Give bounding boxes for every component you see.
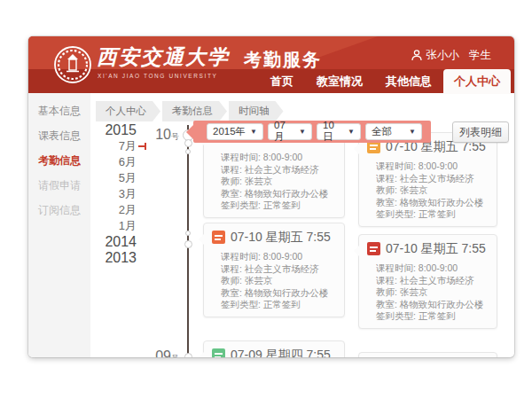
nav-item-active[interactable]: 个人中心 [443, 69, 511, 94]
status-badge-icon [212, 348, 225, 357]
card-date-title: 07-10 星期五 7:55 [231, 230, 331, 246]
card-field: 教师: 张芸京 [221, 275, 336, 287]
type-dropdown-value: 全部 [372, 125, 392, 138]
card-field: 课程时间: 8:00-9:00 [221, 251, 336, 263]
card-field: 课程时间: 8:00-9:00 [221, 152, 336, 164]
status-badge-icon [367, 242, 380, 255]
card-notch-icon [199, 352, 204, 357]
card-fields: 课程时间: 8:00-9:00课程: 社会主义市场经济教师: 张芸京教室: 格物… [359, 258, 497, 328]
university-name-en: XI'AN JIAO TONG UNIVERSITY [98, 73, 217, 79]
nav-item[interactable]: 其他信息 [374, 69, 443, 93]
attendance-card [358, 352, 497, 357]
card-field: 教师: 张芸京 [376, 286, 489, 299]
day-suffix: 号 [171, 354, 179, 357]
university-name-cn: 西安交通大学 [97, 43, 230, 71]
timeline-year-item[interactable]: 1月 [82, 218, 137, 234]
card-field: 课程: 社会主义市场经济 [376, 275, 489, 287]
main-nav: 首页教室情况其他信息个人中心 [259, 69, 514, 93]
chevron-down-icon: ▼ [299, 128, 306, 136]
card-field: 签到类型: 正常签到 [376, 310, 489, 323]
breadcrumb-item[interactable]: 时间轴 [229, 101, 284, 121]
card-field: 课程: 社会主义市场经济 [376, 173, 489, 185]
user-role: 学生 [469, 48, 491, 63]
timeline-year-item[interactable]: 2月 [82, 202, 137, 218]
card-field: 教室: 格物致知行政办公楼 [221, 188, 336, 200]
app-header: 西安交通大学 XI'AN JIAO TONG UNIVERSITY 考勤服务 张… [28, 36, 514, 93]
chevron-down-icon: ▼ [409, 128, 416, 136]
card-field: 签到类型: 正常签到 [221, 200, 336, 212]
card-header: 07-10 星期五 7:55 [204, 223, 344, 246]
timeline-node [184, 139, 192, 147]
type-dropdown[interactable]: 全部 ▼ [365, 123, 422, 140]
nav-item[interactable]: 教室情况 [305, 69, 374, 93]
nav-item[interactable]: 首页 [259, 69, 305, 93]
timeline-year-list: 20157月6月5月3月2月1月20142013 [82, 122, 137, 266]
card-fields: 课程时间: 8:00-9:00课程: 社会主义市场经济教师: 张芸京教室: 格物… [204, 147, 344, 217]
breadcrumb: 个人中心考勤信息时间轴 [96, 101, 286, 121]
card-field: 课程: 社会主义市场经济 [221, 164, 336, 176]
app-title: 考勤服务 [244, 48, 322, 72]
chevron-down-icon: ▼ [250, 128, 257, 136]
card-field: 教室: 格物致知行政办公楼 [376, 299, 489, 311]
card-field: 课程时间: 8:00-9:00 [376, 262, 489, 275]
attendance-card: 07-10 星期五 7:55课程时间: 8:00-9:00课程: 社会主义市场经… [358, 234, 497, 329]
filter-ribbon: 2015年 ▼ 07月 ▼ 10日 ▼ 全部 ▼ [193, 121, 431, 143]
app-window: 西安交通大学 XI'AN JIAO TONG UNIVERSITY 考勤服务 张… [28, 36, 514, 357]
card-header [359, 353, 497, 357]
chevron-down-icon: ▼ [348, 128, 355, 136]
timeline-day-label: 09号 [147, 348, 179, 357]
card-notch-icon [354, 144, 359, 154]
ribbon-arrow-icon [186, 125, 193, 139]
list-detail-button[interactable]: 列表明细 [452, 121, 509, 143]
card-fields: 课程时间: 8:00-9:00课程: 社会主义市场经济教师: 张芸京教室: 格物… [359, 156, 497, 226]
card-header: 07-10 星期五 7:55 [359, 235, 497, 258]
sidebar-item[interactable]: 基本信息 [28, 98, 90, 123]
timeline-node [184, 353, 192, 358]
attendance-card: 07-10 星期五 7:55课程时间: 8:00-9:00课程: 社会主义市场经… [203, 223, 345, 317]
card-field: 教室: 格物致知行政办公楼 [376, 197, 489, 209]
day-suffix: 号 [171, 132, 179, 141]
university-logo-icon [52, 44, 93, 85]
card-fields: 课程时间: 8:00-9:00课程: 社会主义市场经济教师: 张芸京教室: 格物… [204, 246, 344, 317]
timeline-node [184, 240, 192, 248]
status-badge-icon [212, 231, 225, 244]
timeline-year-item[interactable]: 7月 [82, 138, 137, 154]
year-dropdown-value: 2015年 [213, 125, 246, 138]
attendance-card: 07-10 星期五 7:55课程时间: 8:00-9:00课程: 社会主义市场经… [358, 132, 497, 227]
card-field: 教师: 张芸京 [221, 176, 336, 188]
user-name: 张小小 [426, 48, 460, 63]
timeline-year-item[interactable]: 6月 [82, 154, 137, 170]
timeline-day-label: 10号 [147, 127, 179, 143]
day-dropdown[interactable]: 10日 ▼ [317, 123, 361, 140]
card-notch-icon [199, 234, 204, 245]
timeline-year-item[interactable]: 3月 [82, 186, 137, 202]
attendance-card: 07-09 星期四 7:55 [203, 340, 345, 357]
breadcrumb-item[interactable]: 考勤信息 [162, 101, 227, 121]
timeline-year-item[interactable]: 2014 [82, 234, 137, 250]
card-field: 教室: 格物致知行政办公楼 [221, 287, 336, 300]
timeline-year-item[interactable]: 2013 [82, 250, 137, 266]
user-icon [411, 50, 422, 61]
card-date-title: 07-09 星期四 7:55 [231, 348, 331, 358]
current-period-marker-icon [138, 145, 145, 147]
timeline-year-item[interactable]: 5月 [82, 170, 137, 186]
user-info[interactable]: 张小小 学生 [411, 48, 492, 63]
card-header: 07-09 星期四 7:55 [204, 341, 344, 357]
day-dropdown-value: 10日 [323, 120, 343, 144]
month-dropdown[interactable]: 07月 ▼ [268, 123, 312, 140]
card-notch-icon [354, 246, 359, 256]
card-field: 签到类型: 正常签到 [221, 299, 336, 311]
timeline-node [185, 231, 191, 236]
day-number: 09 [155, 348, 171, 357]
card-field: 课程时间: 8:00-9:00 [376, 160, 489, 173]
year-dropdown[interactable]: 2015年 ▼ [207, 123, 263, 140]
card-field: 教师: 张芸京 [376, 184, 489, 197]
day-number: 10 [155, 127, 171, 142]
card-date-title: 07-10 星期五 7:55 [386, 241, 486, 257]
card-field: 签到类型: 正常签到 [376, 208, 489, 221]
timeline-node [185, 149, 191, 154]
month-dropdown-value: 07月 [274, 120, 294, 144]
breadcrumb-item[interactable]: 个人中心 [96, 101, 160, 121]
card-field: 课程: 社会主义市场经济 [221, 263, 336, 276]
timeline-year-item[interactable]: 2015 [82, 122, 137, 138]
